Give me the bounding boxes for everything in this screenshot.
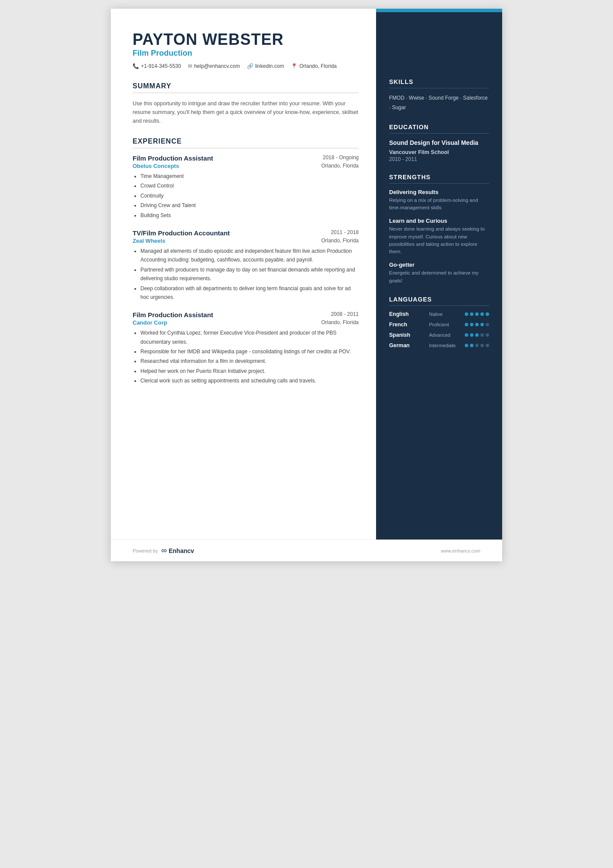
strength-desc-2: Never done learning and always seeking t… [389,225,489,255]
dot-filled [486,312,489,316]
phone-contact: 📞 +1-914-345-5530 [133,63,181,69]
language-name-3: German [389,342,422,349]
website-contact: 🔗 linkedin.com [247,63,284,69]
strength-item-2: Learn and be Curious Never done learning… [389,218,489,255]
job-header-2: TV/Film Production Accountant 2011 - 201… [133,229,359,237]
phone-icon: 📞 [133,63,139,69]
skills-list: FMOD · Wwise · Sound Forge · Salesforce … [389,94,489,112]
education-title: EDUCATION [389,124,489,134]
bullet-item: Deep collaboration with all departments … [140,284,359,302]
education-section: EDUCATION Sound Design for Visual Media … [389,124,489,162]
job-title-1: Film Production Assistant [133,154,213,162]
summary-title: SUMMARY [133,82,359,93]
job-sub-2: Zeal Wheels Orlando, Florida [133,238,359,244]
language-dots-3 [465,344,489,347]
job-item-2: TV/Film Production Accountant 2011 - 201… [133,229,359,302]
job-location-3: Orlando, Florida [321,319,359,325]
right-column: SKILLS FMOD · Wwise · Sound Forge · Sale… [376,9,502,561]
job-bullets-3: Worked for Cynthia Lopez, former Executi… [133,328,359,385]
dot-filled [470,323,473,326]
job-sub-3: Candor Corp Orlando, Florida [133,319,359,326]
bullet-item: Responsible for her IMDB and Wikipedia p… [140,347,359,356]
email-contact: ✉ help@enhancv.com [188,63,240,69]
job-company-3: Candor Corp [133,319,167,326]
footer: Powered by ∞ Enhancv www.enhancv.com [111,540,502,561]
email-address: help@enhancv.com [194,63,240,69]
dot-filled [465,312,468,316]
bullet-item: Researched vital information for a film … [140,357,359,365]
strength-item-3: Go-getter Energetic and determined to ac… [389,261,489,285]
job-company-2: Zeal Wheels [133,238,165,244]
dot-empty [486,333,489,337]
job-company-1: Obelus Concepts [133,163,179,169]
strength-item-1: Delivering Results Relying on a mix of p… [389,189,489,212]
experience-section: EXPERIENCE Film Production Assistant 201… [133,137,359,385]
language-row-1: FrenchProficient [389,322,489,328]
dot-filled [465,344,468,347]
footer-website: www.enhancv.com [441,548,480,553]
bullet-item: Building Sets [140,211,359,220]
bullet-item: Worked for Cynthia Lopez, former Executi… [140,328,359,346]
dot-filled [475,333,479,337]
dot-filled [475,312,479,316]
experience-title: EXPERIENCE [133,137,359,148]
language-dots-2 [465,333,489,337]
bullet-item: Helped her work on her Puerto Rican Init… [140,367,359,375]
strength-desc-3: Energetic and determined to achieve my g… [389,269,489,285]
job-title-3: Film Production Assistant [133,311,213,318]
skills-section: SKILLS FMOD · Wwise · Sound Forge · Sale… [389,78,489,112]
job-item-3: Film Production Assistant 2008 - 2011 Ca… [133,311,359,385]
left-column: PAYTON WEBSTER Film Production 📞 +1-914-… [111,9,376,561]
bullet-item: Partnered with producers to manage day t… [140,265,359,283]
language-level-0: Native [429,312,457,317]
job-header-1: Film Production Assistant 2018 - Ongoing [133,154,359,162]
job-dates-1: 2018 - Ongoing [323,154,359,161]
phone-number: +1-914-345-5530 [141,63,181,69]
edu-degree: Sound Design for Visual Media [389,139,489,147]
strength-desc-1: Relying on a mix of problem-solving and … [389,197,489,212]
enhancv-logo: ∞ Enhancv [161,546,194,555]
languages-section: LANGUAGES EnglishNativeFrenchProficientS… [389,296,489,349]
candidate-name: PAYTON WEBSTER [133,30,359,49]
job-dates-2: 2011 - 2018 [331,229,359,235]
bullet-item: Crowd Control [140,181,359,190]
strength-name-3: Go-getter [389,261,489,268]
dot-filled [470,333,473,337]
job-location-1: Orlando, Florida [321,163,359,169]
strengths-section: STRENGTHS Delivering Results Relying on … [389,174,489,285]
job-header-3: Film Production Assistant 2008 - 2011 [133,311,359,318]
strength-name-2: Learn and be Curious [389,218,489,224]
dot-filled [465,333,468,337]
summary-text: Use this opportunity to intrigue and dra… [133,99,359,125]
location-text: Orlando, Florida [299,63,336,69]
candidate-title: Film Production [133,49,359,58]
job-location-2: Orlando, Florida [321,238,359,244]
website-url: linkedin.com [255,63,284,69]
dot-empty [486,323,489,326]
language-row-0: EnglishNative [389,311,489,317]
summary-section: SUMMARY Use this opportunity to intrigue… [133,82,359,125]
edu-years: 2010 - 2011 [389,156,489,162]
location-icon: 📍 [291,63,297,69]
bullet-item: Driving Crew and Talent [140,201,359,210]
resume-page: PAYTON WEBSTER Film Production 📞 +1-914-… [111,9,502,561]
language-level-2: Advanced [429,332,457,338]
skills-title: SKILLS [389,78,489,88]
language-level-3: Intermediate [429,343,457,348]
bullet-item: Continuity [140,191,359,200]
dot-filled [470,344,473,347]
job-dates-3: 2008 - 2011 [331,311,359,317]
brand-name: Enhancv [169,547,194,554]
job-bullets-2: Managed all elements of studio episodic … [133,247,359,302]
footer-left: Powered by ∞ Enhancv [133,546,194,555]
language-name-0: English [389,311,422,317]
location-contact: 📍 Orlando, Florida [291,63,336,69]
dot-filled [480,312,484,316]
language-dots-0 [465,312,489,316]
bullet-item: Clerical work such as setting appointmen… [140,376,359,385]
dot-empty [480,344,484,347]
dot-filled [475,323,479,326]
contact-info: 📞 +1-914-345-5530 ✉ help@enhancv.com 🔗 l… [133,63,359,69]
dot-filled [480,323,484,326]
job-item-1: Film Production Assistant 2018 - Ongoing… [133,154,359,220]
